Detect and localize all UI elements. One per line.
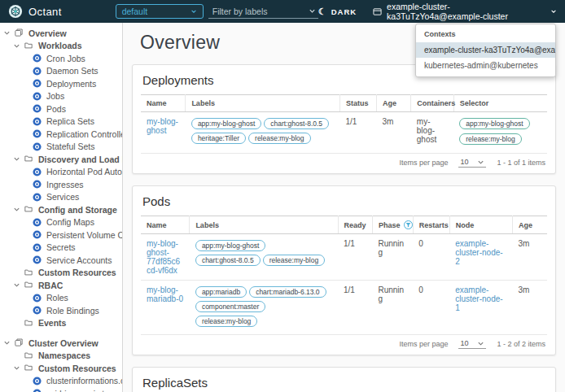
column-header-label: Age [519, 221, 532, 229]
label-chip[interactable]: app:my-blog-ghost [459, 118, 529, 129]
cell-age: 3m [513, 281, 547, 335]
label-chip[interactable]: chart:ghost-8.0.5 [264, 118, 329, 129]
column-header-label: Name [147, 221, 167, 229]
chevron-down-icon[interactable] [13, 364, 20, 372]
cell-name: my-blog-mariadb-0 [141, 281, 190, 335]
name-link[interactable]: my-blog-ghost [147, 117, 178, 135]
sidebar-item-overview[interactable]: Overview [0, 27, 122, 40]
sidebar-item-cluster-overview[interactable]: Cluster Overview [0, 337, 122, 350]
sidebar-item-clusterinformations-crd-projec[interactable]: clusterinformations.crd.projec [0, 375, 122, 388]
name-link[interactable]: my-blog-mariadb-0 [147, 285, 183, 303]
page-size-select[interactable]: 10 [458, 158, 486, 168]
column-header-name: Name [141, 95, 186, 112]
sidebar-item-roles[interactable]: Roles [0, 292, 122, 305]
column-header-restarts: Restarts [413, 216, 449, 234]
label-chip[interactable]: release:my-blog [459, 133, 521, 145]
sidebar-item-label: Horizontal Pod Autoscalers [46, 167, 123, 176]
label-chip[interactable]: release:my-blog [263, 255, 325, 266]
context-selector[interactable]: example-cluster-ka3TuTzYo4a@example-clus… [373, 2, 557, 21]
sidebar-item-label: Workloads [38, 41, 81, 50]
chevron-down-icon [550, 8, 557, 15]
resource-icon [33, 142, 42, 151]
sidebar-item-persistent-volume-claims[interactable]: Persistent Volume Claims [0, 229, 122, 242]
sidebar-item-stateful-sets[interactable]: Stateful Sets [0, 141, 122, 154]
chevron-down-icon [191, 8, 197, 15]
sidebar-item-rbac[interactable]: RBAC [0, 279, 122, 292]
sidebar-item-ingresses[interactable]: Ingresses [0, 178, 122, 191]
sidebar-item-deployments[interactable]: Deployments [0, 77, 122, 90]
sidebar-item-label: Replication Controllers [46, 129, 123, 139]
sidebar-item-horizontal-pod-autoscalers[interactable]: Horizontal Pod Autoscalers [0, 166, 122, 179]
chevron-down-icon[interactable] [3, 29, 11, 37]
sidebar-item-csidrivers-csi-storage-k8s-io[interactable]: csidrivers.csi.storage.k8s.io [0, 387, 122, 392]
page-size-select[interactable]: 10 [458, 339, 486, 349]
cell-node: example-cluster-node-2 [449, 234, 512, 281]
chevron-down-icon[interactable] [3, 339, 11, 346]
filter-icon[interactable] [404, 220, 413, 229]
folder-icon [24, 319, 33, 328]
sidebar-item-label: Custom Resources [38, 268, 116, 277]
sidebar-item-cron-jobs[interactable]: Cron Jobs [0, 52, 122, 65]
chevron-down-icon[interactable] [13, 281, 20, 289]
sidebar-item-config-and-storage[interactable]: Config and Storage [0, 203, 122, 216]
sidebar-item-label: Namespaces [38, 351, 90, 360]
label-chip[interactable]: release:my-blog [195, 316, 257, 327]
chevron-down-icon[interactable] [309, 7, 316, 15]
sidebar-item-role-bindings[interactable]: Role Bindings [0, 304, 122, 317]
contexts-dropdown-title: Contexts [416, 28, 555, 42]
label-chip[interactable]: chart:ghost-8.0.5 [195, 255, 261, 266]
cell-labels: app:my-blog-ghostchart:ghost-8.0.5releas… [190, 234, 338, 281]
node-link[interactable]: example-cluster-node-2 [455, 239, 502, 266]
label-chip[interactable]: release:my-blog [248, 133, 310, 144]
sidebar-item-replication-controllers[interactable]: Replication Controllers [0, 128, 122, 141]
sidebar-item-services[interactable]: Services [0, 191, 122, 204]
label-chip[interactable]: app:my-blog-ghost [195, 240, 265, 251]
table-row: my-blog-ghostapp:my-blog-ghostchart:ghos… [141, 112, 547, 154]
chevron-down-icon[interactable] [13, 155, 20, 163]
namespace-dropdown-value: default [122, 7, 148, 16]
sidebar-item-label: Service Accounts [46, 255, 112, 265]
resource-icon [33, 377, 42, 385]
card-title: Pods [142, 194, 547, 208]
label-filter-input[interactable] [211, 6, 309, 17]
label-chip[interactable]: chart:mariadb-6.13.0 [249, 286, 326, 298]
column-header-age: Age [513, 216, 547, 234]
sidebar-item-replica-sets[interactable]: Replica Sets [0, 115, 122, 128]
resource-icon [33, 218, 42, 227]
sidebar-item-namespaces[interactable]: Namespaces [0, 350, 122, 363]
label-chip[interactable]: component:master [195, 301, 265, 312]
label-chip[interactable]: app:mariadb [195, 286, 247, 298]
column-header-label: Selector [460, 99, 489, 107]
sidebar-item-jobs[interactable]: Jobs [0, 90, 122, 103]
chevron-down-icon[interactable] [13, 42, 20, 50]
context-option[interactable]: kubernetes-admin@kubernetes [416, 58, 555, 73]
column-header-label: Node [456, 221, 475, 229]
cell-name: my-blog-ghost-77df85c6cd-vf6dx [141, 234, 190, 281]
sidebar-item-custom-resources[interactable]: Custom Resources [0, 362, 122, 375]
sidebar-item-service-accounts[interactable]: Service Accounts [0, 254, 122, 267]
label-chip[interactable]: app:my-blog-ghost [191, 118, 261, 129]
sidebar-item-workloads[interactable]: Workloads [0, 40, 122, 53]
sidebar-item-discovery-and-load-balancing[interactable]: Discovery and Load Balancing [0, 153, 122, 166]
sidebar-item-events[interactable]: Events [0, 317, 122, 330]
column-header-age: Age [376, 95, 410, 112]
contexts-dropdown: Contexts example-cluster-ka3TuTzYo4a@exa… [415, 24, 556, 77]
namespace-dropdown[interactable]: default [116, 4, 204, 19]
sidebar-item-secrets[interactable]: Secrets [0, 242, 122, 255]
name-link[interactable]: my-blog-ghost-77df85c6cd-vf6dx [147, 239, 180, 275]
sidebar-item-config-maps[interactable]: Config Maps [0, 216, 122, 229]
card-deployments: DeploymentsNameLabelsStatusAgeContainers… [132, 64, 556, 174]
sidebar-item-pods[interactable]: Pods [0, 102, 122, 115]
sidebar-item-daemon-sets[interactable]: Daemon Sets [0, 65, 122, 78]
folder-icon [24, 41, 33, 50]
context-option[interactable]: example-cluster-ka3TuTzYo4a@example-clu.… [416, 42, 555, 58]
label-chip[interactable]: heritage:Tiller [191, 133, 246, 144]
theme-toggle-label: DARK [331, 7, 357, 16]
sidebar-item-label: Services [46, 192, 79, 202]
chevron-down-icon[interactable] [13, 206, 20, 213]
node-link[interactable]: example-cluster-node-1 [455, 285, 502, 312]
resource-icon [33, 193, 42, 202]
theme-toggle[interactable]: ☾ DARK [318, 7, 357, 17]
sidebar-item-label: Pods [46, 104, 66, 114]
sidebar-item-custom-resources[interactable]: Custom Resources [0, 267, 122, 280]
